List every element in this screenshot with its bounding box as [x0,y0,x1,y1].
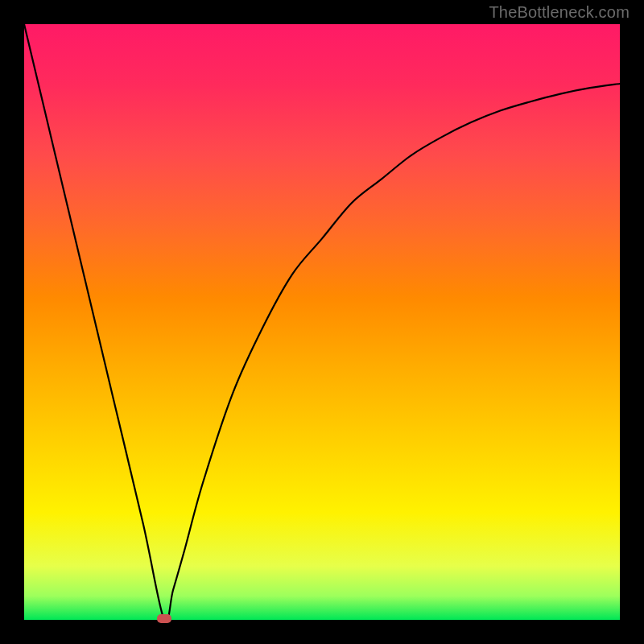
minimum-marker [157,614,171,623]
plot-area [24,24,620,620]
watermark-text: TheBottleneck.com [489,3,630,22]
bottleneck-curve [24,24,620,620]
chart-frame: TheBottleneck.com [0,0,644,644]
